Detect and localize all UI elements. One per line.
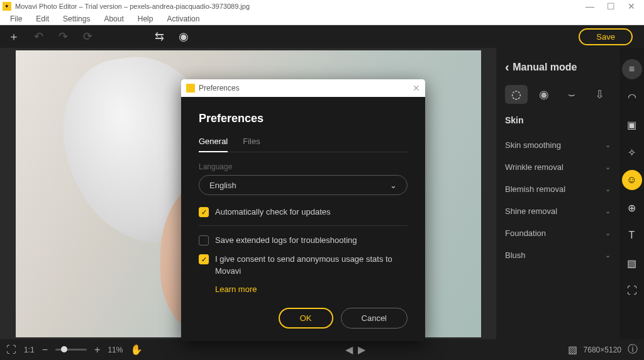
- dialog-tabs: General Files: [199, 137, 408, 152]
- close-button[interactable]: ✕: [628, 1, 635, 11]
- section-heading: Skin: [505, 115, 611, 125]
- tool-blush[interactable]: Blush⌄: [505, 244, 611, 266]
- dialog-close-icon[interactable]: ✕: [413, 83, 420, 93]
- zoom-slider[interactable]: [55, 349, 87, 351]
- reload-icon[interactable]: ⟳: [80, 30, 95, 43]
- window-titlebar: ✦ Movavi Photo Editor – Trial version – …: [0, 0, 644, 13]
- check-updates-label: Automatically check for updates: [215, 206, 331, 218]
- eye-icon[interactable]: ◉: [176, 30, 191, 43]
- menubar: File Edit Settings About Help Activation: [0, 13, 644, 25]
- dialog-heading: Preferences: [199, 112, 408, 125]
- background-icon[interactable]: ▣: [622, 115, 642, 135]
- tab-general[interactable]: General: [199, 137, 228, 152]
- add-icon[interactable]: ＋: [6, 29, 21, 44]
- menu-about[interactable]: About: [99, 13, 128, 25]
- menu-activation[interactable]: Activation: [162, 13, 204, 25]
- chevron-down-icon: ⌄: [390, 181, 397, 190]
- check-updates-checkbox[interactable]: ✓: [199, 207, 209, 217]
- zoom-ratio[interactable]: 1:1: [24, 346, 35, 354]
- nav-center: ◀ ▶: [150, 344, 560, 356]
- bottom-bar: ⛶ 1:1 − + 11% ✋ ◀ ▶ ▧ 7680×5120 ⓘ: [0, 339, 644, 360]
- hand-icon[interactable]: ✋: [130, 344, 143, 356]
- chevron-down-icon: ⌄: [605, 207, 611, 215]
- learn-more-link[interactable]: Learn more: [215, 284, 408, 294]
- adjust-icon[interactable]: ≡: [622, 59, 642, 79]
- insert-image-icon[interactable]: ▧: [622, 253, 642, 273]
- tool-strip: ≡ ◠ ▣ ✧ ☺ ⊕ T ▧ ⛶: [619, 48, 644, 339]
- save-button[interactable]: Save: [579, 28, 633, 45]
- menu-edit[interactable]: Edit: [31, 13, 54, 25]
- tool-blemish-removal[interactable]: Blemish removal⌄: [505, 178, 611, 200]
- text-icon[interactable]: T: [622, 225, 642, 245]
- cancel-button[interactable]: Cancel: [341, 308, 408, 329]
- maximize-button[interactable]: ☐: [607, 1, 615, 11]
- info-icon[interactable]: ⓘ: [628, 343, 638, 356]
- prev-icon[interactable]: ◀: [345, 344, 353, 356]
- compare-icon[interactable]: ⇆: [152, 30, 167, 43]
- save-logs-label: Save extended logs for troubleshooting: [215, 235, 357, 246]
- eyes-category-icon[interactable]: ◉: [533, 85, 555, 104]
- undo-icon[interactable]: ↶: [31, 30, 46, 43]
- chevron-down-icon: ⌄: [605, 229, 611, 237]
- window-controls: — ☐ ✕: [586, 1, 641, 11]
- dialog-titlebar[interactable]: Preferences ✕: [181, 79, 425, 97]
- crop-icon[interactable]: ⛶: [622, 281, 642, 301]
- chevron-down-icon: ⌄: [605, 185, 611, 193]
- zoom-in-icon[interactable]: +: [94, 344, 100, 356]
- next-icon[interactable]: ▶: [358, 344, 365, 356]
- zoom-thumb[interactable]: [61, 346, 67, 352]
- side-panel: Manual mode ◌ ◉ ⌣ ⇩ Skin Skin smoothing⌄…: [496, 48, 619, 339]
- tool-wrinkle-removal[interactable]: Wrinkle removal⌄: [505, 156, 611, 178]
- app-icon: ✦: [3, 2, 11, 11]
- menu-file[interactable]: File: [5, 13, 27, 25]
- language-select[interactable]: English ⌄: [199, 175, 408, 195]
- chevron-down-icon: ⌄: [605, 251, 611, 259]
- tool-foundation[interactable]: Foundation⌄: [505, 222, 611, 244]
- divider: [199, 225, 408, 226]
- menu-help[interactable]: Help: [133, 13, 158, 25]
- consent-label: I give consent to send anonymous usage s…: [215, 254, 408, 276]
- main-toolbar: ＋ ↶ ↷ ⟳ ⇆ ◉ Save: [0, 25, 644, 48]
- dialog-title: Preferences: [199, 84, 240, 93]
- menu-settings[interactable]: Settings: [58, 13, 95, 25]
- tab-files[interactable]: Files: [243, 137, 260, 152]
- fullscreen-icon[interactable]: ⛶: [6, 344, 16, 356]
- ok-button[interactable]: OK: [279, 308, 333, 329]
- dialog-app-icon: [186, 84, 195, 93]
- chevron-down-icon: ⌄: [605, 163, 611, 171]
- retouch-category-icons: ◌ ◉ ⌣ ⇩: [505, 85, 611, 104]
- language-value: English: [209, 181, 236, 190]
- consent-checkbox[interactable]: ✓: [199, 254, 209, 264]
- retouch-icon[interactable]: ☺: [622, 170, 642, 190]
- image-dimensions: 7680×5120: [584, 346, 621, 354]
- other-category-icon[interactable]: ⇩: [588, 85, 611, 104]
- zoom-out-icon[interactable]: −: [42, 344, 48, 356]
- right-sidebar: Manual mode ◌ ◉ ⌣ ⇩ Skin Skin smoothing⌄…: [496, 48, 644, 339]
- back-button[interactable]: Manual mode: [505, 59, 611, 74]
- tool-shine-removal[interactable]: Shine removal⌄: [505, 200, 611, 222]
- overlay-icon[interactable]: ⊕: [622, 198, 642, 218]
- mouth-category-icon[interactable]: ⌣: [560, 85, 583, 104]
- redo-icon[interactable]: ↷: [55, 30, 70, 43]
- minimize-button[interactable]: —: [586, 1, 594, 11]
- window-title: Movavi Photo Editor – Trial version – pe…: [15, 3, 250, 10]
- preferences-dialog: Preferences ✕ Preferences General Files …: [181, 79, 425, 341]
- save-logs-checkbox[interactable]: [199, 235, 209, 245]
- skin-category-icon[interactable]: ◌: [505, 85, 528, 104]
- erase-icon[interactable]: ◠: [622, 87, 642, 107]
- image-info-icon[interactable]: ▧: [568, 344, 577, 356]
- chevron-down-icon: ⌄: [605, 141, 611, 149]
- tool-skin-smoothing[interactable]: Skin smoothing⌄: [505, 134, 611, 156]
- zoom-percent: 11%: [108, 346, 123, 354]
- effects-icon[interactable]: ✧: [622, 142, 642, 162]
- language-label: Language: [199, 162, 408, 171]
